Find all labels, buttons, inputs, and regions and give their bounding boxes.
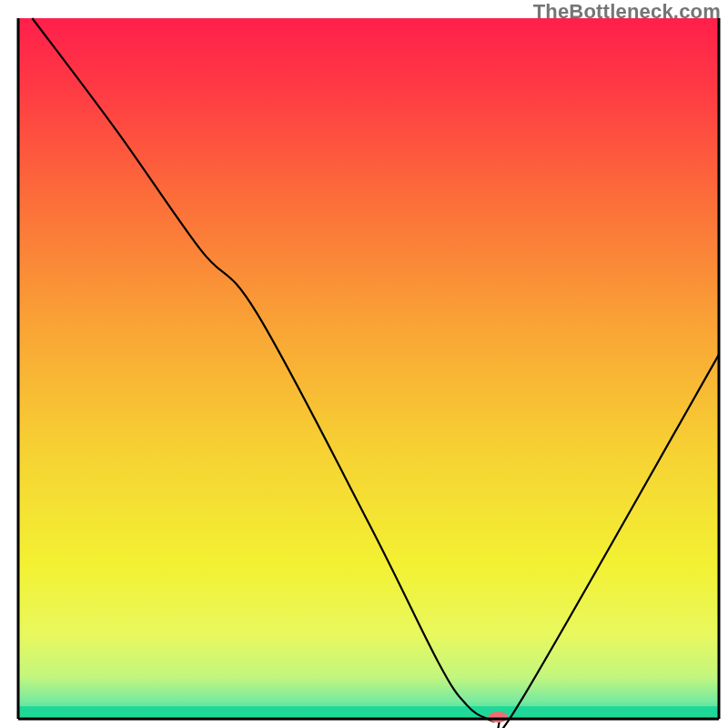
bottleneck-chart: TheBottleneck.com bbox=[0, 0, 728, 728]
bottleneck-marker bbox=[488, 712, 508, 723]
gradient-bg bbox=[18, 18, 719, 719]
chart-svg bbox=[0, 0, 728, 728]
watermark-text: TheBottleneck.com bbox=[533, 2, 721, 22]
green-baseline bbox=[18, 706, 719, 719]
